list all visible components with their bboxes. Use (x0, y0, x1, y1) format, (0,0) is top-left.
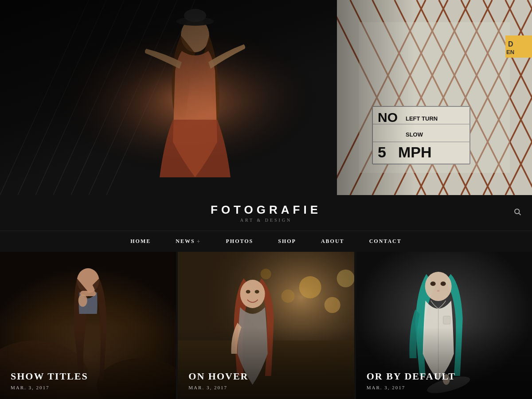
card-title: SHOW TITLES (11, 371, 88, 382)
svg-line-1 (0, 0, 89, 195)
svg-line-46 (519, 213, 520, 215)
navbar: HOME NEWS + PHOTOS SHOP ABOUT CONTACT (0, 231, 532, 252)
card-title: ON HOVER (188, 371, 248, 382)
nav-plus-icon: + (197, 238, 201, 245)
photo-grid: SHOW TITLES MAR. 3, 2017 (0, 252, 532, 399)
photo-card-3[interactable]: OR BY DEFAULT MAR. 3, 2017 (355, 252, 532, 399)
svg-line-6 (89, 0, 177, 195)
card-title: OR BY DEFAULT (367, 371, 456, 382)
svg-line-3 (35, 0, 124, 195)
svg-line-7 (106, 0, 195, 195)
svg-rect-0 (0, 0, 337, 195)
brand: FOTOGRAFIE ART & DESIGN (211, 203, 321, 223)
search-icon[interactable] (513, 208, 521, 218)
hero-right-image: NO LEFT TURN SLOW 5 MPH D EN (337, 0, 532, 195)
nav-item-contact[interactable]: CONTACT (357, 231, 414, 252)
nav-item-home[interactable]: HOME (118, 231, 163, 252)
svg-line-2 (18, 0, 106, 195)
nav-item-photos[interactable]: PHOTOS (213, 231, 266, 252)
card-content: ON HOVER MAR. 3, 2017 (188, 371, 248, 390)
svg-line-5 (71, 0, 160, 195)
svg-rect-11 (184, 9, 206, 22)
card-content: OR BY DEFAULT MAR. 3, 2017 (367, 371, 456, 390)
card-content: SHOW TITLES MAR. 3, 2017 (11, 371, 88, 390)
site-subtitle: ART & DESIGN (211, 218, 321, 223)
photo-card-2[interactable]: ON HOVER MAR. 3, 2017 (177, 252, 355, 399)
card-date: MAR. 3, 2017 (367, 385, 456, 390)
photo-card-1[interactable]: SHOW TITLES MAR. 3, 2017 (0, 252, 177, 399)
site-header: FOTOGRAFIE ART & DESIGN (0, 195, 532, 231)
card-date: MAR. 3, 2017 (188, 385, 248, 390)
svg-line-4 (53, 0, 142, 195)
hero-section: NO LEFT TURN SLOW 5 MPH D EN (0, 0, 532, 195)
svg-rect-44 (337, 0, 532, 195)
svg-point-9 (181, 19, 209, 52)
site-title: FOTOGRAFIE (211, 203, 321, 217)
nav-item-about[interactable]: ABOUT (309, 231, 357, 252)
nav-item-shop[interactable]: SHOP (266, 231, 309, 252)
svg-rect-8 (0, 0, 337, 195)
card-date: MAR. 3, 2017 (11, 385, 88, 390)
svg-point-45 (515, 209, 520, 214)
hero-left-image (0, 0, 337, 195)
svg-point-10 (176, 17, 214, 26)
nav-item-news[interactable]: NEWS + (163, 231, 213, 252)
